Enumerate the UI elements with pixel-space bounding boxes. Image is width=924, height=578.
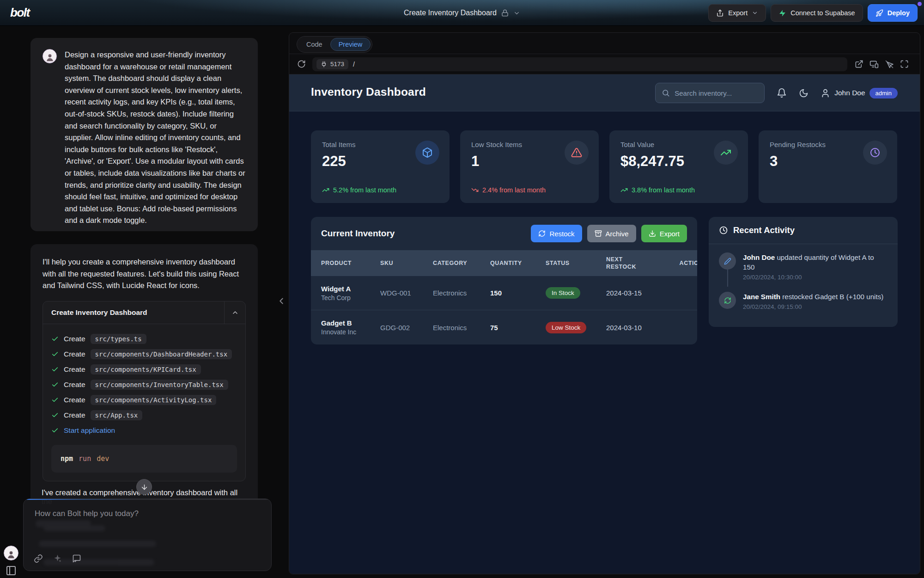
quantity-cell[interactable]: 75	[490, 324, 546, 332]
preview-panel: Code Preview 5173 / Inventory Dashboard	[289, 32, 920, 574]
search-inventory-input[interactable]: Search inventory...	[655, 83, 765, 103]
file-chip[interactable]: src/components/DashboardHeader.tsx	[91, 349, 232, 359]
trending-up-icon	[322, 186, 329, 194]
reload-icon[interactable]	[297, 60, 306, 68]
tab-code[interactable]: Code	[298, 38, 330, 50]
search-icon	[662, 89, 670, 97]
file-chip[interactable]: src/App.tsx	[91, 410, 143, 420]
category-cell: Electronics	[433, 289, 490, 297]
column-header: STATUS	[546, 259, 606, 267]
bell-icon[interactable]	[777, 88, 787, 98]
bolt-logo[interactable]: bolt	[10, 6, 30, 20]
collapse-panel-chevron-icon[interactable]	[276, 296, 286, 306]
fullscreen-icon[interactable]	[900, 60, 909, 69]
kpi-change: 5.2% from last month	[333, 186, 396, 194]
start-application-link[interactable]: Start application	[64, 426, 115, 435]
scroll-down-button[interactable]	[136, 479, 152, 495]
archive-button[interactable]: Archive	[587, 225, 636, 242]
archive-label: Archive	[606, 230, 629, 238]
status-badge: Low Stock	[546, 322, 586, 333]
kpi-card-total-value: Total Value $8,247.75 3.8% from last mon…	[609, 130, 748, 203]
export-csv-button[interactable]: Export	[641, 225, 687, 242]
trending-down-icon	[471, 186, 479, 194]
connect-supabase-button[interactable]: Connect to Supabase	[771, 4, 863, 22]
quantity-cell[interactable]: 150	[490, 289, 546, 297]
dark-mode-moon-icon[interactable]	[799, 88, 808, 98]
clock-icon	[863, 141, 887, 165]
assistant-message-card: I'll help you create a comprehensive inv…	[30, 244, 258, 506]
chevron-down-icon	[752, 10, 758, 16]
deploy-label: Deploy	[888, 9, 910, 17]
chat-input-placeholder: How can Bolt help you today?	[35, 509, 139, 518]
supplier-name: Tech Corp	[321, 294, 380, 301]
open-external-icon[interactable]	[855, 60, 863, 69]
artifact-step: Create src/components/ActivityLog.tsx	[51, 393, 237, 408]
deploy-button[interactable]: Deploy	[868, 4, 918, 22]
table-row[interactable]: Widget ATech Corp WDG-001 Electronics 15…	[311, 276, 697, 310]
file-chip[interactable]: src/types.ts	[91, 334, 146, 344]
notification-dot	[918, 2, 922, 6]
recent-activity-card: Recent Activity John Doe updated quantit…	[709, 217, 898, 327]
artifact-title: Create Inventory Dashboard	[43, 301, 224, 324]
sidebar-toggle-icon[interactable]	[6, 565, 17, 576]
command-token: run	[79, 455, 91, 463]
attach-link-icon[interactable]	[34, 554, 43, 563]
file-chip[interactable]: src/components/KPICard.tsx	[91, 364, 201, 375]
check-icon	[51, 335, 59, 343]
project-title-menu[interactable]: Create Inventory Dashboard	[404, 0, 520, 26]
archive-icon	[595, 230, 602, 237]
user-menu[interactable]: John Doe admin	[821, 88, 898, 98]
check-icon	[51, 381, 59, 388]
trending-up-icon	[714, 141, 738, 165]
editor-tabs-row: Code Preview	[289, 33, 920, 54]
check-icon	[51, 350, 59, 358]
enhance-sparkles-icon[interactable]	[53, 554, 62, 563]
file-chip[interactable]: src/components/ActivityLog.tsx	[91, 395, 217, 405]
column-header: ACTIONS	[680, 259, 697, 267]
supabase-bolt-icon	[778, 9, 786, 17]
restock-date-cell: 2024-03-10	[606, 324, 670, 332]
port-selector[interactable]: 5173	[316, 59, 348, 69]
activity-item: John Doe updated quantity of Widget A to…	[719, 252, 888, 281]
restock-button[interactable]: Restock	[531, 225, 582, 242]
terminal-command: npmrundev	[51, 445, 237, 473]
user-message-text: Design a responsive and user-friendly in…	[65, 49, 246, 227]
kpi-card-pending-restocks: Pending Restocks 3	[759, 130, 897, 203]
kpi-card-low-stock: Low Stock Items 1 2.4% from last month	[460, 130, 599, 203]
plug-icon	[321, 61, 327, 68]
redacted-blob	[43, 525, 105, 531]
artifact-step: Create src/components/InventoryTable.tsx	[51, 377, 237, 393]
inspector-pointer-off-icon[interactable]	[885, 60, 894, 69]
table-row[interactable]: Gadget BInnovate Inc GDG-002 Electronics…	[311, 310, 697, 344]
chevron-down-icon[interactable]	[513, 10, 520, 17]
user-icon	[821, 88, 830, 98]
tab-preview[interactable]: Preview	[330, 38, 371, 51]
restock-label: Restock	[549, 230, 574, 238]
account-avatar[interactable]	[4, 546, 18, 560]
app-preview-viewport: Inventory Dashboard Search inventory... …	[289, 74, 920, 574]
step-label: Create	[64, 411, 85, 419]
chat-input-box[interactable]: How can Bolt help you today?	[23, 498, 272, 571]
responsive-devices-icon[interactable]	[869, 60, 879, 69]
download-icon	[649, 230, 656, 237]
supplier-name: Innovate Inc	[321, 328, 380, 336]
dashboard-header: Inventory Dashboard Search inventory... …	[289, 74, 920, 111]
check-icon	[51, 427, 59, 434]
discuss-chat-icon[interactable]	[72, 554, 81, 563]
product-name: Gadget B	[321, 319, 380, 327]
product-name: Widget A	[321, 285, 380, 293]
step-label: Create	[64, 396, 85, 404]
preview-url-bar: 5173 /	[289, 54, 920, 74]
check-icon	[51, 412, 59, 419]
file-chip[interactable]: src/components/InventoryTable.tsx	[91, 380, 228, 390]
url-path: /	[353, 61, 355, 68]
dashboard-title: Inventory Dashboard	[311, 86, 426, 98]
sku-cell: GDG-002	[380, 324, 433, 332]
artifact-step: Create src/components/DashboardHeader.ts…	[51, 347, 237, 362]
command-token: npm	[61, 455, 73, 463]
url-input[interactable]: 5173 /	[312, 57, 847, 71]
collapse-artifact-button[interactable]	[224, 301, 245, 324]
search-placeholder: Search inventory...	[675, 89, 732, 97]
export-button[interactable]: Export	[708, 4, 766, 22]
check-icon	[51, 366, 59, 373]
